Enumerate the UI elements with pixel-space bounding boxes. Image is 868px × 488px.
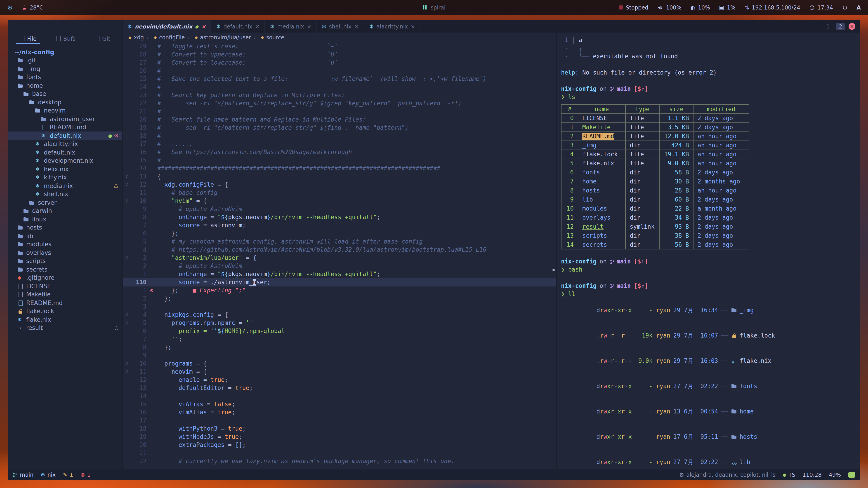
tree-item[interactable]: flake.nix ● ⊗ ⚠ ○ [8, 315, 122, 324]
fold-chevron-icon[interactable]: ∨ [123, 173, 130, 181]
code-line[interactable]: ∨ 11 ⊗ # base config [123, 189, 556, 197]
code-line[interactable]: ∨ 7 ⊗ ''; [123, 335, 556, 344]
tab-close-icon[interactable]: × [201, 23, 206, 30]
code-line[interactable]: ∨ 9 ⊗ # update AstroNvim [123, 205, 556, 213]
power-button[interactable] [842, 5, 847, 10]
code-buffer[interactable]: ∨ 29 ⊗ # Toggle text's case: `~` ∨ 28 ⊗ … [123, 42, 556, 469]
code-line[interactable]: ∨ 12 ⊗ enable = true; [123, 376, 556, 384]
tree-item[interactable]: flake.lock ● ⊗ ⚠ ○ [8, 307, 122, 315]
code-line[interactable]: ∨ 3 ⊗ "astronvim/lua/user" = { [123, 254, 556, 262]
code-line[interactable]: ∨ 5 ⊗ programs.npm.npmrc = '' [123, 319, 556, 327]
tab-close-icon[interactable]: × [255, 23, 260, 30]
explorer-tab[interactable]: Git [91, 34, 114, 43]
nixos-menu[interactable]: ❄ [7, 4, 12, 11]
code-line[interactable]: ∨ 29 ⊗ # Toggle text's case: `~` [123, 42, 556, 51]
tree-item[interactable]: fonts ● ⊗ ⚠ ○ [8, 73, 122, 81]
code-line[interactable]: ∨ 9 ⊗ [123, 352, 556, 360]
tree-item[interactable]: base ● ⊗ ⚠ ○ [8, 90, 122, 98]
tree-item[interactable]: overlays ● ⊗ ⚠ ○ [8, 249, 122, 257]
tree-item[interactable]: .gitignore ● ⊗ ⚠ ○ [8, 273, 122, 282]
code-line[interactable]: ∨ 13 ⊗ defaultEditor = true; [123, 384, 556, 392]
code-line[interactable]: ∨ 4 ⊗ nixpkgs.config = { [123, 311, 556, 319]
code-line[interactable]: ∨ 17 ⊗ # ...... [123, 140, 556, 148]
code-line[interactable]: ∨ 10 ⊗ programs = { [123, 360, 556, 368]
code-line[interactable]: ∨ 15 ⊗ # [123, 156, 556, 164]
code-line[interactable]: ∨ 5 ⊗ # my cusotom astronvim config, ast… [123, 238, 556, 246]
tree-item[interactable]: kitty.nix ● ⊗ ⚠ ○ [8, 173, 122, 182]
code-line[interactable]: ∨ 26 ⊗ # [123, 67, 556, 75]
tree-item[interactable]: server ● ⊗ ⚠ ○ [8, 198, 122, 207]
code-line[interactable]: ∨ 14 ⊗ #################################… [123, 164, 556, 173]
fold-chevron-icon[interactable]: ∨ [123, 311, 130, 319]
network-widget[interactable]: ⇅ 192.168.5.100/24 [745, 4, 800, 11]
tree-item[interactable]: home ● ⊗ ⚠ ○ [8, 81, 122, 90]
editor-tab[interactable]: ❄ default.nix ● × [211, 20, 265, 33]
code-line[interactable]: ∨ 12 ⊗ xdg.configFile = { [123, 181, 556, 189]
breadcrumb-item[interactable]: › ◆ xdg [128, 34, 144, 41]
tree-item[interactable]: .git ● ⊗ ⚠ ○ [8, 56, 122, 65]
tree-item[interactable]: Makefile ● ⊗ ⚠ ○ [8, 290, 122, 299]
editor-tab[interactable]: ❄ media.nix ● × [265, 20, 317, 33]
tab-close-icon[interactable]: × [307, 23, 311, 30]
code-line[interactable]: ∨ 4 ⊗ # https://github.com/AstroNvim/Ast… [123, 246, 556, 254]
breadcrumb-item[interactable]: › ◆ configFile [147, 34, 185, 41]
tree-item[interactable]: linux ● ⊗ ⚠ ○ [8, 215, 122, 223]
tree-item[interactable]: astronvim_user ● ⊗ ⚠ ○ [8, 115, 122, 123]
tree-item[interactable]: lib ● ⊗ ⚠ ○ [8, 232, 122, 240]
code-line[interactable]: ∨ 23 ⊗ # Search key pattern and Replace … [123, 91, 556, 99]
code-line[interactable]: ∨ 110 ⊗ source = ./astronvim_user; [123, 278, 556, 287]
code-line[interactable]: ∨ 25 ⊗ # Save the selected text to a fil… [123, 75, 556, 83]
tree-item[interactable]: development.nix ● ⊗ ⚠ ○ [8, 157, 122, 165]
code-line[interactable]: ∨ 13 ⊗ { [123, 173, 556, 181]
fold-chevron-icon[interactable]: ∨ [123, 319, 130, 327]
tree-item[interactable]: default.nix ● ⊗ ⚠ ○ [8, 148, 122, 157]
tree-item[interactable]: hosts ● ⊗ ⚠ ○ [8, 223, 122, 232]
code-line[interactable]: ∨ 22 ⊗ # sed -ri "s/pattern_str/replace_… [123, 99, 556, 107]
code-line[interactable]: ∨ 1 ⊗ }; ■ Expecting ";" [123, 287, 556, 295]
fold-chevron-icon[interactable]: ∨ [123, 368, 130, 376]
tree-item[interactable]: ~/nix-config ● ⊗ ⚠ ○ [8, 48, 122, 56]
tree-item[interactable]: _img ● ⊗ ⚠ ○ [8, 65, 122, 73]
code-line[interactable]: ∨ 21 ⊗ [123, 449, 556, 457]
tree-item[interactable]: helix.nix ● ⊗ ⚠ ○ [8, 165, 122, 173]
fold-chevron-icon[interactable]: ∨ [123, 360, 130, 368]
code-line[interactable]: ∨ 16 ⊗ vimAlias = true; [123, 409, 556, 417]
terminal-pane[interactable]: 1 │ a · ┬ · ╰── executable was not found… [556, 33, 860, 469]
fold-chevron-icon[interactable]: ∨ [123, 181, 130, 189]
code-line[interactable]: ∨ 1 ⊗ onChange = "${pkgs.neovim}/bin/nvi… [123, 270, 556, 278]
code-line[interactable]: ∨ 8 ⊗ }; [123, 344, 556, 352]
volume-widget[interactable]: 100% [657, 4, 682, 11]
editor-tab[interactable]: ❄ neovim/default.nix ● × [123, 20, 211, 33]
error-count-segment[interactable]: ⊗ 1 [81, 471, 91, 478]
code-line[interactable]: ∨ 7 ⊗ source = astronvim; [123, 221, 556, 230]
tree-item[interactable]: scripts ● ⊗ ⚠ ○ [8, 257, 122, 265]
tree-item[interactable]: shell.nix ● ⊗ ⚠ ○ [8, 190, 122, 198]
code-line[interactable]: ∨ 8 ⊗ onChange = "${pkgs.neovim}/bin/nvi… [123, 213, 556, 221]
code-line[interactable]: ∨ 2 ⊗ }; [123, 295, 556, 303]
breadcrumb-item[interactable]: › ◆ astronvim/lua/user [188, 34, 251, 41]
tree-item[interactable]: media.nix ● ⊗ ⚠ ○ [8, 182, 122, 190]
code-line[interactable]: ∨ 3 ⊗ [123, 303, 556, 311]
tab-page-number[interactable]: 1 [824, 23, 832, 30]
tree-item[interactable]: neovim ● ⊗ ⚠ ○ [8, 106, 122, 115]
code-line[interactable]: ∨ 14 ⊗ [123, 392, 556, 400]
editor-pane[interactable]: › ◆ xdg › ◆ configFile › ◆ astronvim/lua… [123, 33, 556, 469]
code-line[interactable]: ∨ 22 ⊗ # currently we use lazy.nvim as n… [123, 457, 556, 465]
code-line[interactable]: ∨ 20 ⊗ extraPackages = []; [123, 441, 556, 449]
cpu-widget[interactable]: ▣ 1% [719, 4, 736, 11]
explorer-tab[interactable]: File [16, 34, 40, 43]
fold-chevron-icon[interactable]: ∨ [123, 254, 130, 262]
explorer-tab[interactable]: Bufs [52, 34, 79, 43]
tree-item[interactable]: desktop ● ⊗ ⚠ ○ [8, 98, 122, 106]
tree-item[interactable]: result ● ⊗ ⚠ ○ [8, 324, 122, 332]
recorder-widget[interactable]: Stopped [619, 4, 648, 11]
code-line[interactable]: ∨ 19 ⊗ # sed -ri "s/pattern_str/replace_… [123, 124, 556, 132]
tab-page-number[interactable]: 2 [836, 23, 845, 30]
keyboard-layout-widget[interactable]: A [857, 4, 861, 11]
code-line[interactable]: ∨ 6 ⊗ prefix = ''${HOME}/.npm-global [123, 327, 556, 335]
tree-item[interactable]: secrets ● ⊗ ⚠ ○ [8, 265, 122, 273]
tree-item[interactable]: alacritty.nix ● ⊗ ⚠ ○ [8, 140, 122, 148]
brightness-widget[interactable]: ◐ 10% [690, 4, 710, 11]
code-line[interactable]: ∨ 28 ⊗ # Convert to uppercase: `U` [123, 51, 556, 59]
breadcrumb-item[interactable]: › ◆ source [254, 34, 284, 41]
